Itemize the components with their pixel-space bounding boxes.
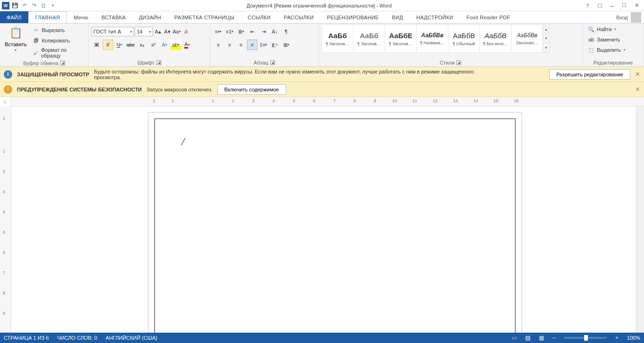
word-app-icon[interactable]: W [2, 2, 9, 9]
maximize-icon[interactable]: ☐ [620, 2, 628, 9]
minimize-icon[interactable]: — [608, 2, 616, 9]
styles-down-icon[interactable]: ▾ [543, 34, 549, 43]
justify-icon[interactable]: ≡ [247, 40, 257, 50]
copy-button[interactable]: 🗐Копировать [31, 36, 85, 45]
tab-insert[interactable]: ВСТАВКА [95, 11, 132, 23]
close-msg2-icon[interactable]: ✕ [635, 86, 640, 93]
qat-customize-icon[interactable]: ▾ [49, 2, 57, 9]
align-center-icon[interactable]: ≡ [224, 40, 235, 50]
document-canvas[interactable]: / [11, 106, 636, 333]
close-icon[interactable]: ✕ [633, 2, 640, 9]
format-painter-button[interactable]: 🖌Формат по образцу [31, 46, 85, 59]
clear-format-icon[interactable]: A̷ [182, 26, 190, 37]
replace-button[interactable]: abЗаменить [586, 35, 627, 44]
ribbon-options-icon[interactable]: ▢ [596, 2, 603, 9]
v-ruler[interactable]: 112 345 678 9 [0, 106, 11, 333]
bullets-icon[interactable]: ≡•▾ [213, 26, 223, 37]
user-icon [631, 12, 641, 23]
decrease-indent-icon[interactable]: ⇤ [247, 26, 257, 37]
select-button[interactable]: ⬚Выделить▾ [586, 45, 627, 55]
increase-indent-icon[interactable]: ⇥ [258, 26, 269, 37]
find-button[interactable]: 🔍Найти▾ [586, 24, 627, 34]
sign-in[interactable]: Вход [616, 11, 644, 23]
borders-icon[interactable]: ⊞▾ [281, 40, 291, 50]
zoom-in-icon[interactable]: + [615, 335, 619, 341]
tab-mailings[interactable]: РАССЫЛКИ [277, 11, 320, 23]
align-left-icon[interactable]: ≡ [213, 40, 223, 50]
underline-icon[interactable]: Ч▾ [114, 40, 124, 50]
font-size-combo[interactable]: 14▾ [135, 27, 153, 36]
status-words[interactable]: ЧИСЛО СЛОВ: 0 [58, 335, 98, 341]
zoom-out-icon[interactable]: − [553, 335, 556, 341]
superscript-icon[interactable]: x² [148, 40, 158, 50]
line-spacing-icon[interactable]: ‡≡▾ [258, 40, 269, 50]
multilevel-icon[interactable]: ≣▾ [236, 26, 246, 37]
tab-foxit[interactable]: Foxit Reader PDF [460, 11, 517, 23]
tab-layout[interactable]: РАЗМЕТКА СТРАНИЦЫ [168, 11, 241, 23]
group-paragraph: ≡•▾ ≡1▾ ≣▾ ⇤ ⇥ A↓ ¶ ≡ ≡ ≡ ≡ ‡≡▾ ◧▾ ⊞▾ Аб… [210, 24, 319, 66]
style-normal[interactable]: АаБбВ¶ Обычный [448, 24, 480, 53]
highlight-icon[interactable]: ab▾ [171, 40, 181, 50]
style-heading3[interactable]: АаБбЕ¶ Заголов… [385, 24, 417, 53]
styles-more-icon[interactable]: ▾ [543, 43, 549, 52]
h-ruler[interactable]: 21 123 456 789 101112 131415 16 [11, 97, 644, 106]
numbering-icon[interactable]: ≡1▾ [224, 26, 235, 37]
tab-addins[interactable]: НАДСТРОЙКИ [410, 11, 460, 23]
styles-up-icon[interactable]: ▴ [543, 25, 549, 34]
shrink-font-icon[interactable]: A▾ [163, 26, 172, 37]
new-icon[interactable]: 🗋 [40, 2, 47, 9]
close-msg1-icon[interactable]: ✕ [635, 71, 640, 78]
align-right-icon[interactable]: ≡ [236, 40, 246, 50]
style-title[interactable]: АаБбВв¶ Названи… [416, 24, 448, 53]
tab-view[interactable]: ВИД [386, 11, 410, 23]
cut-icon: ✂ [33, 26, 40, 34]
font-launcher[interactable]: ◢ [157, 60, 161, 65]
help-icon[interactable]: ? [584, 2, 591, 9]
style-heading1[interactable]: АаБб¶ Заголов… [322, 24, 354, 53]
status-lang[interactable]: АНГЛИЙСКИЙ (США) [106, 335, 157, 341]
paste-icon: 📋 [8, 25, 23, 41]
bold-icon[interactable]: Ж [91, 40, 102, 50]
enable-editing-button[interactable]: Разрешить редактирование [549, 69, 630, 80]
tab-file[interactable]: ФАЙЛ [0, 11, 28, 23]
vertical-scrollbar[interactable] [636, 106, 644, 333]
web-layout-icon[interactable]: ▦ [539, 335, 544, 341]
font-name-combo[interactable]: ГОСТ тип А▾ [91, 27, 134, 36]
change-case-icon[interactable]: Aa▾ [173, 26, 181, 37]
styles-gallery: АаБб¶ Заголов… АаБб¶ Заголов… АаБбЕ¶ Заг… [322, 24, 550, 53]
show-marks-icon[interactable]: ¶ [281, 26, 291, 37]
tab-references[interactable]: ССЫЛКИ [241, 11, 277, 23]
tab-home[interactable]: ГЛАВНАЯ [28, 11, 67, 23]
cut-button[interactable]: ✂Вырезать [31, 25, 85, 35]
strikethrough-icon[interactable]: abc [125, 40, 136, 50]
paste-label: Вставить [5, 41, 27, 47]
save-icon[interactable]: 💾 [11, 2, 19, 9]
paste-button[interactable]: 📋 Вставить ▾ [3, 24, 29, 53]
tab-review[interactable]: РЕЦЕНЗИРОВАНИЕ [321, 11, 386, 23]
enable-content-button[interactable]: Включить содержимое [217, 84, 286, 95]
clipboard-launcher[interactable]: ◢ [60, 61, 65, 65]
font-color-icon[interactable]: A▾ [182, 40, 192, 50]
tab-menu[interactable]: Меню [67, 11, 95, 23]
zoom-slider[interactable] [564, 337, 607, 339]
grow-font-icon[interactable]: A▴ [154, 26, 162, 37]
subscript-icon[interactable]: x₂ [137, 40, 147, 50]
text-effects-icon[interactable]: A▾ [159, 40, 170, 50]
italic-icon[interactable]: К [103, 40, 113, 50]
read-mode-icon[interactable]: ▭ [512, 335, 517, 341]
style-heading2[interactable]: АаБб¶ Заголов… [353, 24, 385, 53]
para-launcher[interactable]: ◢ [270, 60, 275, 65]
shading-icon[interactable]: ◧▾ [270, 40, 280, 50]
undo-icon[interactable]: ↶ [21, 2, 28, 9]
styles-launcher[interactable]: ◢ [456, 60, 461, 65]
sort-icon[interactable]: A↓ [270, 26, 280, 37]
style-heading[interactable]: АаБбВвЗаголово… [511, 24, 543, 53]
print-layout-icon[interactable]: ▤ [525, 335, 530, 341]
style-nospacing[interactable]: АаБбВ¶ Без инте… [479, 24, 512, 53]
status-page[interactable]: СТРАНИЦА 1 ИЗ 6 [4, 335, 49, 341]
zoom-level[interactable]: 100% [627, 335, 640, 341]
redo-icon[interactable]: ↷ [30, 2, 38, 9]
tab-design[interactable]: ДИЗАЙН [132, 11, 168, 23]
page-content[interactable]: / [154, 118, 516, 333]
ruler-corner[interactable]: L [0, 97, 11, 106]
